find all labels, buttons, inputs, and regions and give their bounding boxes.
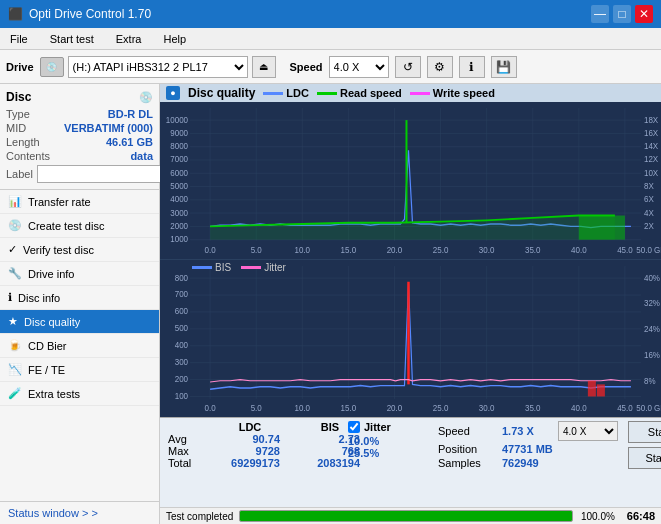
- create-test-disc-icon: 💿: [8, 219, 22, 232]
- svg-rect-53: [579, 216, 625, 240]
- bis-color-swatch: [192, 266, 212, 269]
- sidebar: Disc 💿 Type BD-R DL MID VERBATIMf (000) …: [0, 84, 160, 524]
- svg-rect-99: [597, 384, 605, 396]
- start-full-button[interactable]: Start full: [628, 421, 661, 443]
- sidebar-item-transfer-rate[interactable]: 📊 Transfer rate: [0, 190, 159, 214]
- svg-text:10X: 10X: [644, 167, 658, 178]
- disc-mid-label: MID: [6, 122, 26, 134]
- start-part-button[interactable]: Start part: [628, 447, 661, 469]
- ldc-max: 9728: [220, 445, 280, 457]
- disc-label-input[interactable]: [37, 165, 170, 183]
- jitter-stats: Jitter 10.0% 25.5%: [348, 421, 428, 459]
- jitter-checkbox[interactable]: [348, 421, 360, 433]
- drive-info-icon: 🔧: [8, 267, 22, 280]
- svg-text:10.0: 10.0: [294, 244, 310, 255]
- menu-extra[interactable]: Extra: [110, 32, 148, 46]
- svg-text:40%: 40%: [644, 272, 660, 283]
- status-bar: Test completed 100.0% 66:48: [160, 507, 661, 524]
- maximize-button[interactable]: □: [613, 5, 631, 23]
- disc-length-row: Length 46.61 GB: [6, 136, 153, 148]
- main-content: Disc 💿 Type BD-R DL MID VERBATIMf (000) …: [0, 84, 661, 524]
- disc-quality-icon: ★: [8, 315, 18, 328]
- disc-section-icon: 💿: [139, 91, 153, 104]
- menu-file[interactable]: File: [4, 32, 34, 46]
- svg-text:30.0: 30.0: [479, 402, 495, 413]
- info-button[interactable]: ℹ: [459, 56, 485, 78]
- svg-text:0.0: 0.0: [205, 402, 216, 413]
- svg-text:500: 500: [175, 323, 188, 334]
- svg-text:3000: 3000: [170, 207, 188, 218]
- svg-text:45.0: 45.0: [617, 402, 633, 413]
- bis-legend-label: BIS: [215, 262, 231, 273]
- sidebar-item-drive-info-label: Drive info: [28, 268, 74, 280]
- title-bar-left: ⬛ Opti Drive Control 1.70: [8, 7, 151, 21]
- total-label: Total: [168, 457, 200, 469]
- svg-text:12X: 12X: [644, 154, 658, 165]
- speed-select[interactable]: 4.0 X: [329, 56, 389, 78]
- menu-start-test[interactable]: Start test: [44, 32, 100, 46]
- disc-label-row: Label 🔍: [6, 165, 153, 183]
- refresh-button[interactable]: ↺: [395, 56, 421, 78]
- top-chart: 10000 9000 8000 7000 6000 5000 4000 3000…: [160, 102, 661, 260]
- svg-text:40.0: 40.0: [571, 402, 587, 413]
- chart-header-icon: ●: [166, 86, 180, 100]
- ldc-total: 69299173: [220, 457, 280, 469]
- extra-tests-icon: 🧪: [8, 387, 22, 400]
- svg-text:9000: 9000: [170, 127, 188, 138]
- disc-type-row: Type BD-R DL: [6, 108, 153, 120]
- disc-contents-row: Contents data: [6, 150, 153, 162]
- disc-info-header: Disc 💿: [6, 90, 153, 104]
- sidebar-item-disc-quality[interactable]: ★ Disc quality: [0, 310, 159, 334]
- sidebar-item-cd-bier-label: CD Bier: [28, 340, 67, 352]
- sidebar-item-disc-info[interactable]: ℹ Disc info: [0, 286, 159, 310]
- action-buttons: Start full Start part: [628, 421, 661, 469]
- bottom-chart: BIS Jitter: [160, 260, 661, 417]
- svg-text:0.0: 0.0: [205, 244, 216, 255]
- stats-headers: LDC BIS: [168, 421, 338, 433]
- svg-text:4X: 4X: [644, 207, 654, 218]
- minimize-button[interactable]: —: [591, 5, 609, 23]
- transfer-rate-icon: 📊: [8, 195, 22, 208]
- sidebar-item-create-test-disc[interactable]: 💿 Create test disc: [0, 214, 159, 238]
- legend-read-speed: Read speed: [317, 87, 402, 99]
- svg-text:2000: 2000: [170, 220, 188, 231]
- progress-text: 100.0%: [579, 511, 615, 522]
- charts-area: 10000 9000 8000 7000 6000 5000 4000 3000…: [160, 102, 661, 417]
- save-button[interactable]: 💾: [491, 56, 517, 78]
- jitter-color-swatch: [241, 266, 261, 269]
- svg-rect-98: [588, 381, 596, 397]
- menu-help[interactable]: Help: [157, 32, 192, 46]
- drive-label: Drive: [6, 61, 34, 73]
- cd-bier-icon: 🍺: [8, 339, 22, 352]
- sidebar-item-verify-test-disc[interactable]: ✓ Verify test disc: [0, 238, 159, 262]
- settings-button[interactable]: ⚙: [427, 56, 453, 78]
- sidebar-item-cd-bier[interactable]: 🍺 CD Bier: [0, 334, 159, 358]
- speed-dropdown[interactable]: 4.0 X: [558, 421, 618, 441]
- sidebar-item-fe-te[interactable]: 📉 FE / TE: [0, 358, 159, 382]
- svg-text:18X: 18X: [644, 114, 658, 125]
- svg-text:800: 800: [175, 272, 188, 283]
- speed-col-label: Speed: [438, 425, 496, 437]
- svg-text:100: 100: [175, 390, 188, 401]
- svg-text:24%: 24%: [644, 324, 660, 335]
- sidebar-item-fe-te-label: FE / TE: [28, 364, 65, 376]
- read-speed-color-swatch: [317, 92, 337, 95]
- drive-select[interactable]: (H:) ATAPI iHBS312 2 PL17: [68, 56, 248, 78]
- app-icon: ⬛: [8, 7, 23, 21]
- sidebar-item-disc-quality-label: Disc quality: [24, 316, 80, 328]
- eject-button[interactable]: ⏏: [252, 56, 276, 78]
- close-button[interactable]: ✕: [635, 5, 653, 23]
- status-window-link[interactable]: Status window > >: [0, 501, 159, 524]
- svg-text:16%: 16%: [644, 349, 660, 360]
- sidebar-item-extra-tests[interactable]: 🧪 Extra tests: [0, 382, 159, 406]
- sidebar-item-drive-info[interactable]: 🔧 Drive info: [0, 262, 159, 286]
- fe-te-icon: 📉: [8, 363, 22, 376]
- menu-bar: File Start test Extra Help: [0, 28, 661, 50]
- svg-text:5.0: 5.0: [251, 244, 262, 255]
- jitter-avg-row: 10.0%: [348, 435, 428, 447]
- jitter-legend-label: Jitter: [264, 262, 286, 273]
- disc-section-label: Disc: [6, 90, 31, 104]
- disc-mid-value: VERBATIMf (000): [64, 122, 153, 134]
- jitter-max: 25.5%: [348, 447, 379, 459]
- disc-mid-row: MID VERBATIMf (000): [6, 122, 153, 134]
